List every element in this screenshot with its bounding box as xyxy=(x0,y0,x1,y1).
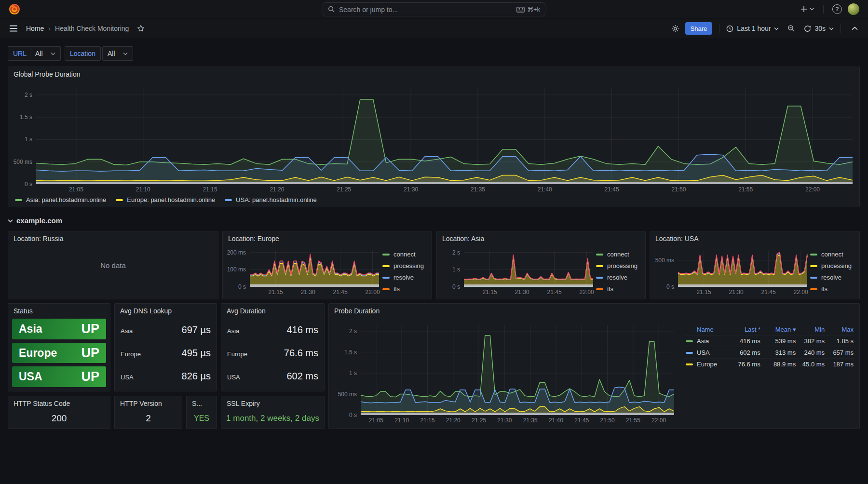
svg-text:21:30: 21:30 xyxy=(404,186,418,193)
svg-text:21:15: 21:15 xyxy=(420,417,434,424)
panel-location-russia: Location: Russia No data xyxy=(8,231,218,299)
table-header[interactable]: Max xyxy=(825,326,854,333)
url-filter-dropdown[interactable]: All xyxy=(30,46,61,61)
legend-item[interactable]: resolve xyxy=(382,274,427,281)
series-swatch xyxy=(116,199,123,201)
panel-title[interactable]: Avg Duration xyxy=(221,304,324,318)
legend-item[interactable]: connect xyxy=(810,251,854,258)
table-row[interactable]: Asia416 ms539 ms382 ms1.85 s xyxy=(684,336,854,347)
svg-text:21:40: 21:40 xyxy=(538,186,552,193)
series-swatch xyxy=(810,288,817,290)
series-swatch xyxy=(810,254,817,255)
user-avatar[interactable] xyxy=(847,2,860,16)
breadcrumb-home[interactable]: Home xyxy=(26,25,44,32)
series-swatch xyxy=(382,265,390,267)
legend-item[interactable]: processing xyxy=(810,262,854,269)
series-swatch xyxy=(596,288,603,290)
svg-text:2 s: 2 s xyxy=(452,249,460,256)
svg-text:21:45: 21:45 xyxy=(333,289,348,296)
table-row[interactable]: Europe76.6 ms88.9 ms45.0 ms187 ms xyxy=(684,359,854,370)
panel-title[interactable]: SSL Expiry xyxy=(221,396,324,411)
dashboard-settings-button[interactable] xyxy=(669,22,682,35)
row-header-example-com[interactable]: example.com xyxy=(8,216,62,225)
legend-item[interactable]: resolve xyxy=(596,274,640,281)
new-menu-button[interactable] xyxy=(799,2,816,16)
menu-toggle-button[interactable] xyxy=(7,22,20,35)
search-input[interactable] xyxy=(339,6,513,13)
panel-title[interactable]: S... xyxy=(187,396,217,411)
series-swatch xyxy=(382,288,390,290)
panel-title[interactable]: Global Probe Duration xyxy=(8,67,859,81)
panel-title[interactable]: Location: Europe xyxy=(223,231,432,246)
panel-ssl-expiry: SSL Expiry 1 month, 2 weeks, 2 days xyxy=(221,396,325,429)
divider xyxy=(823,5,824,13)
svg-text:200 ms: 200 ms xyxy=(227,249,246,256)
top-nav: ⌘+k ? xyxy=(0,0,868,18)
location-usa-chart[interactable]: 500 ms0 s21:1521:3021:4522:00 xyxy=(651,248,811,297)
svg-text:0 s: 0 s xyxy=(238,283,246,290)
probe-duration-chart[interactable]: 2 s1.5 s1 s500 ms0 s21:0521:1021:1521:20… xyxy=(333,321,678,425)
legend-item[interactable]: tls xyxy=(810,285,854,293)
location-asia-chart[interactable]: 2 s1 s0 s21:1521:3021:4522:00 xyxy=(438,248,597,297)
panel-title[interactable]: HTTP Status Code xyxy=(8,396,110,411)
time-range-picker[interactable]: Last 1 hour xyxy=(726,25,779,32)
global-probe-duration-chart[interactable]: 2 s1.5 s1 s500 ms0 s21:0521:1021:1521:20… xyxy=(11,82,856,194)
favorite-star-button[interactable] xyxy=(134,22,148,35)
legend-item[interactable]: connect xyxy=(596,251,640,258)
panel-location-asia: Location: Asia 2 s1 s0 s21:1521:3021:452… xyxy=(436,231,646,299)
legend-item[interactable]: tls xyxy=(596,285,640,293)
table-header[interactable]: Last * xyxy=(729,326,761,333)
search-bar[interactable]: ⌘+k xyxy=(323,2,545,16)
legend-item[interactable]: resolve xyxy=(810,274,854,281)
search-icon xyxy=(328,6,335,13)
panel-title[interactable]: Location: Asia xyxy=(437,231,645,246)
chart-legend: connect processing resolve tls xyxy=(596,251,640,293)
help-button[interactable]: ? xyxy=(830,2,844,16)
series-swatch xyxy=(686,363,693,365)
location-filter-dropdown[interactable]: All xyxy=(102,46,133,61)
series-swatch xyxy=(382,277,390,279)
series-swatch xyxy=(382,254,390,255)
legend-item[interactable]: Asia: panel.hostadmin.online xyxy=(15,196,106,203)
location-europe-chart[interactable]: 200 ms100 ms0 s21:1521:3021:4522:00 xyxy=(224,248,383,297)
grafana-dashboard: { "chrome": { "search_placeholder": "Sea… xyxy=(0,0,868,484)
stat-row: Europe495 µs xyxy=(121,348,211,359)
legend-item[interactable]: processing xyxy=(382,262,427,269)
url-filter-label[interactable]: URL xyxy=(8,46,32,61)
svg-text:1 s: 1 s xyxy=(452,266,460,273)
svg-text:21:45: 21:45 xyxy=(547,289,562,296)
svg-text:21:45: 21:45 xyxy=(761,289,776,296)
location-filter-label[interactable]: Location xyxy=(65,46,101,61)
zoom-out-button[interactable] xyxy=(785,22,798,35)
table-header[interactable]: Min xyxy=(796,326,825,333)
panel-title[interactable]: HTTP Version xyxy=(115,396,182,411)
series-swatch xyxy=(810,265,817,267)
svg-text:21:15: 21:15 xyxy=(269,289,283,296)
legend-item[interactable]: USA: panel.hostadmin.online xyxy=(225,196,317,203)
refresh-picker[interactable]: 30s xyxy=(804,25,834,32)
panel-location-usa: Location: USA 500 ms0 s21:1521:3021:4522… xyxy=(650,231,860,299)
grafana-logo[interactable] xyxy=(8,2,21,16)
svg-text:21:45: 21:45 xyxy=(605,186,619,193)
panel-title[interactable]: Location: USA xyxy=(650,231,859,246)
collapse-toolbar-button[interactable] xyxy=(848,22,861,35)
panel-title[interactable]: Avg DNS Lookup xyxy=(115,304,217,318)
table-header[interactable]: Name xyxy=(684,326,729,333)
no-data-message: No data xyxy=(8,231,218,299)
status-tile-asia: AsiaUP xyxy=(12,319,106,339)
table-row[interactable]: USA602 ms313 ms240 ms657 ms xyxy=(684,347,854,359)
share-button[interactable]: Share xyxy=(685,22,713,35)
svg-text:21:15: 21:15 xyxy=(203,186,217,193)
http-version-value: 2 xyxy=(115,411,182,426)
panel-title[interactable]: Status xyxy=(8,304,110,318)
panel-title[interactable]: Probe Duration xyxy=(329,304,859,318)
panel-status: Status AsiaUP EuropeUP USAUP xyxy=(8,303,110,391)
svg-text:500 ms: 500 ms xyxy=(14,159,32,165)
legend-item[interactable]: Europe: panel.hostadmin.online xyxy=(116,196,215,203)
legend-item[interactable]: tls xyxy=(382,285,427,293)
svg-text:21:50: 21:50 xyxy=(600,417,615,424)
legend-item[interactable]: processing xyxy=(596,262,640,269)
svg-text:22:00: 22:00 xyxy=(580,289,594,296)
legend-item[interactable]: connect xyxy=(382,251,427,258)
table-header[interactable]: Mean ▾ xyxy=(760,326,796,333)
